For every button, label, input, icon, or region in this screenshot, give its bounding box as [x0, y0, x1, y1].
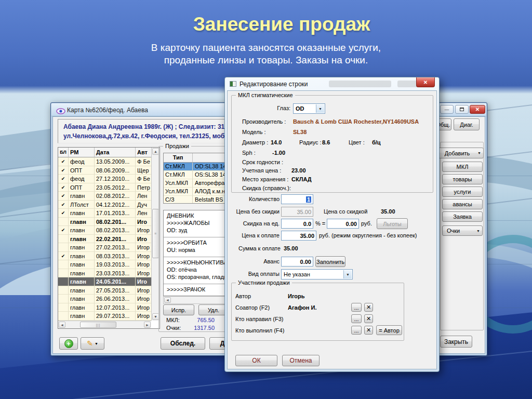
- visit-row[interactable]: ✔главн02.08.2012...Лен: [58, 192, 159, 201]
- col-header-author[interactable]: Авт: [136, 148, 151, 157]
- note-button[interactable]: ✎ ▼: [81, 337, 104, 350]
- visit-row[interactable]: главн29.07.2013...Игор: [58, 312, 159, 321]
- check-cell: [58, 277, 69, 286]
- visit-row[interactable]: главн19.03.2013...Игор: [58, 260, 159, 269]
- performer-clear-button[interactable]: ✕: [364, 326, 373, 335]
- slide-subtitle: В карточку пациента заносятся оказанные …: [0, 42, 532, 66]
- payment-type-select[interactable]: Не указан ▼: [281, 269, 353, 280]
- check-icon: ✔: [58, 226, 69, 235]
- visit-row[interactable]: ✔ЛТолст04.12.2012...Дуч: [58, 201, 159, 209]
- price-with-discount-value: 35.00: [381, 208, 395, 215]
- unit-discount-pct-input[interactable]: 0.0: [281, 219, 313, 229]
- price-to-pay-input[interactable]: 35.00: [281, 231, 316, 241]
- dobavit-dropdown[interactable]: Добавить ▼: [437, 148, 484, 158]
- col-header-date[interactable]: Дата: [95, 148, 136, 157]
- visit-date: 19.03.2013...: [95, 260, 136, 269]
- ok-button[interactable]: ОК: [235, 355, 277, 366]
- scrollbar-thumb-h[interactable]: |||: [80, 322, 116, 328]
- visit-row[interactable]: ✔ОПТ23.05.2012...Петр: [58, 183, 159, 192]
- check-cell: [58, 218, 69, 227]
- unit-discount-rub-input[interactable]: 0.00: [327, 219, 359, 229]
- zakryt-button[interactable]: Закрыть: [440, 336, 472, 348]
- ispr-button[interactable]: Испр.: [163, 304, 194, 315]
- horizontal-scrollbar[interactable]: ◄ ||| ►: [58, 321, 151, 328]
- scroll-right-icon[interactable]: ►: [144, 322, 151, 328]
- visit-author: Дуч: [136, 201, 151, 209]
- restore-button[interactable]: [455, 105, 469, 114]
- performer-pick-button[interactable]: ...: [351, 326, 362, 335]
- eq-author-button[interactable]: = Автор: [376, 325, 402, 335]
- right-panel-button[interactable]: авансы: [442, 199, 483, 209]
- right-panel-button[interactable]: услуги: [442, 187, 483, 197]
- visit-row[interactable]: ✔феод13.05.2009...Ф Бе: [58, 157, 159, 166]
- visit-row[interactable]: ✔феод27.12.2010...Ф Бе: [58, 175, 159, 183]
- check-cell: [58, 243, 69, 252]
- visit-row[interactable]: ✔главн08.02.2013...Игор: [58, 226, 159, 235]
- col-header-rm[interactable]: РМ: [69, 148, 95, 157]
- visit-rm: главн: [69, 218, 95, 227]
- col-header-bl[interactable]: БЛ: [58, 148, 69, 157]
- check-cell: [58, 286, 69, 295]
- visit-rm: главн: [69, 312, 95, 321]
- scroll-left-icon[interactable]: ◄: [59, 322, 65, 328]
- price-to-pay-label: Цена к оплате: [235, 232, 280, 238]
- lgoty-button[interactable]: Льготы: [377, 218, 408, 229]
- visit-row[interactable]: главн22.02.201...Иго: [58, 235, 159, 244]
- obsled-button[interactable]: Обслед.: [161, 337, 205, 350]
- add-visit-button[interactable]: +: [59, 337, 78, 350]
- discount-ref-label: Скидка (справоч.):: [242, 185, 291, 191]
- minimize-button[interactable]: —: [440, 105, 454, 114]
- check-icon: ✔: [58, 183, 69, 192]
- visit-author: Игор: [136, 269, 151, 278]
- visit-row[interactable]: ✔главн17.01.2013...Лен: [58, 209, 159, 218]
- visit-row[interactable]: главн24.05.201...Иго: [58, 277, 159, 286]
- visit-row[interactable]: главн27.02.2013...Игор: [58, 243, 159, 252]
- check-icon: ✔: [58, 192, 69, 201]
- dialog-icon: [230, 81, 236, 87]
- visit-row[interactable]: главн26.06.2013...Игор: [58, 295, 159, 303]
- diag-button[interactable]: Диаг.: [454, 118, 480, 130]
- dialog-close-button[interactable]: ✕: [416, 77, 435, 87]
- minimize-icon: —: [445, 107, 449, 112]
- coauthor-pick-button[interactable]: ...: [351, 303, 362, 312]
- visit-author: Петр: [136, 183, 151, 192]
- visit-row[interactable]: главн27.05.2013...Игор: [58, 286, 159, 295]
- visit-row[interactable]: главн08.02.201...Иго: [58, 218, 159, 227]
- chevron-down-icon: ▼: [477, 151, 481, 155]
- visit-row[interactable]: ✔главн08.03.2013...Игор: [58, 252, 159, 261]
- restore-icon: [460, 108, 464, 111]
- close-button[interactable]: ✕: [470, 105, 485, 114]
- qty-input[interactable]: 1: [281, 194, 313, 204]
- referrer-clear-button[interactable]: ✕: [364, 314, 373, 323]
- right-panel-button[interactable]: МКЛ: [442, 162, 483, 172]
- visit-row[interactable]: главн12.07.2013...Игор: [58, 303, 159, 312]
- cancel-button[interactable]: Отмена: [282, 355, 320, 366]
- visit-author: Иго: [136, 218, 151, 227]
- right-panel-button[interactable]: товары: [442, 174, 483, 184]
- fill-button[interactable]: Заполнить: [315, 256, 345, 267]
- visit-row[interactable]: главн23.03.2013...Игор: [58, 269, 159, 278]
- col-header-type[interactable]: Тип: [164, 153, 193, 162]
- visit-rm: главн: [69, 252, 95, 261]
- slide-title: Занесение продаж: [31, 14, 532, 35]
- scroll-left-icon[interactable]: ◄: [164, 297, 171, 303]
- account-price-label: Учетная цена :: [242, 167, 281, 174]
- visit-rm: главн: [69, 235, 95, 244]
- ochki-dropdown[interactable]: Очки ▼: [442, 225, 483, 236]
- advance-input[interactable]: 0.00: [281, 257, 313, 267]
- eye-select[interactable]: OD ▼: [293, 103, 325, 114]
- visit-rm: главн: [69, 295, 95, 303]
- visit-rm: главн: [69, 226, 95, 235]
- visit-rm: ЛТолст: [69, 201, 95, 209]
- visit-author: Игор: [136, 303, 151, 312]
- referrer-pick-button[interactable]: ...: [351, 314, 362, 323]
- check-cell: [58, 260, 69, 269]
- visit-row[interactable]: ✔ОПТ08.06.2009...Щер: [58, 166, 159, 175]
- payment-type-value: Не указан: [284, 271, 310, 277]
- visit-rm: феод: [69, 175, 95, 183]
- chevron-down-icon: ▼: [316, 104, 324, 113]
- coauthor-clear-button[interactable]: ✕: [364, 303, 373, 312]
- price-no-discount-input[interactable]: 35.00: [281, 207, 313, 217]
- visit-date: 23.05.2012...: [95, 183, 136, 192]
- right-panel-button[interactable]: Заявка: [442, 211, 483, 222]
